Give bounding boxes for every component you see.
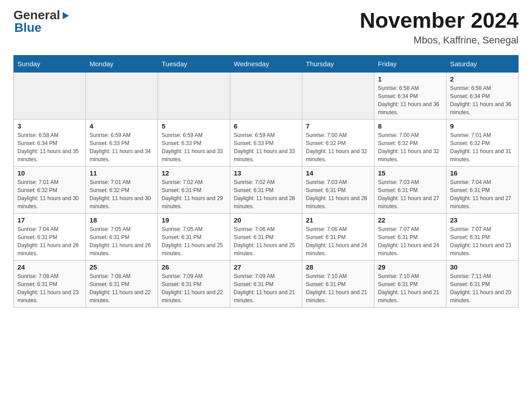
day-info: Sunrise: 7:06 AM Sunset: 6:31 PM Dayligh…: [234, 225, 298, 257]
day-number: 9: [450, 122, 515, 130]
calendar-week-row: 24Sunrise: 7:08 AM Sunset: 6:31 PM Dayli…: [14, 260, 519, 307]
calendar-cell: [158, 72, 230, 119]
day-number: 11: [90, 169, 154, 177]
calendar-cell: 3Sunrise: 6:58 AM Sunset: 6:34 PM Daylig…: [14, 119, 86, 166]
day-info: Sunrise: 7:01 AM Sunset: 6:32 PM Dayligh…: [90, 178, 154, 210]
day-number: 18: [90, 216, 154, 224]
calendar-cell: 18Sunrise: 7:05 AM Sunset: 6:31 PM Dayli…: [86, 213, 158, 260]
day-info: Sunrise: 7:08 AM Sunset: 6:31 PM Dayligh…: [90, 272, 154, 304]
calendar-cell: 23Sunrise: 7:07 AM Sunset: 6:31 PM Dayli…: [446, 213, 519, 260]
day-info: Sunrise: 7:07 AM Sunset: 6:31 PM Dayligh…: [378, 225, 442, 257]
day-info: Sunrise: 7:09 AM Sunset: 6:31 PM Dayligh…: [234, 272, 298, 304]
calendar-cell: [86, 72, 158, 119]
calendar-subtitle: Mbos, Kaffrine, Senegal: [360, 34, 519, 46]
day-info: Sunrise: 7:10 AM Sunset: 6:31 PM Dayligh…: [378, 272, 442, 304]
column-header-monday: Monday: [86, 55, 158, 72]
svg-marker-0: [63, 12, 69, 19]
calendar-title: November 2024: [360, 9, 519, 33]
calendar-week-row: 1Sunrise: 6:58 AM Sunset: 6:34 PM Daylig…: [14, 72, 519, 119]
calendar-cell: 30Sunrise: 7:11 AM Sunset: 6:31 PM Dayli…: [446, 260, 519, 307]
day-number: 17: [17, 216, 82, 224]
calendar-cell: 11Sunrise: 7:01 AM Sunset: 6:32 PM Dayli…: [86, 166, 158, 213]
calendar-cell: 22Sunrise: 7:07 AM Sunset: 6:31 PM Dayli…: [374, 213, 446, 260]
page-header: General Blue November 2024 Mbos, Kaffrin…: [13, 9, 519, 46]
day-number: 13: [234, 169, 298, 177]
day-number: 19: [162, 216, 226, 224]
day-number: 16: [450, 169, 515, 177]
calendar-table: SundayMondayTuesdayWednesdayThursdayFrid…: [13, 55, 519, 308]
day-number: 20: [234, 216, 298, 224]
calendar-cell: 9Sunrise: 7:01 AM Sunset: 6:32 PM Daylig…: [446, 119, 519, 166]
day-info: Sunrise: 7:06 AM Sunset: 6:31 PM Dayligh…: [306, 225, 370, 257]
column-header-thursday: Thursday: [302, 55, 374, 72]
calendar-cell: 15Sunrise: 7:03 AM Sunset: 6:31 PM Dayli…: [374, 166, 446, 213]
calendar-week-row: 10Sunrise: 7:01 AM Sunset: 6:32 PM Dayli…: [14, 166, 519, 213]
calendar-week-row: 17Sunrise: 7:04 AM Sunset: 6:31 PM Dayli…: [14, 213, 519, 260]
day-info: Sunrise: 7:07 AM Sunset: 6:31 PM Dayligh…: [450, 225, 515, 257]
calendar-cell: 17Sunrise: 7:04 AM Sunset: 6:31 PM Dayli…: [14, 213, 86, 260]
day-info: Sunrise: 7:01 AM Sunset: 6:32 PM Dayligh…: [17, 178, 82, 210]
day-info: Sunrise: 7:05 AM Sunset: 6:31 PM Dayligh…: [90, 225, 154, 257]
day-info: Sunrise: 7:00 AM Sunset: 6:32 PM Dayligh…: [378, 131, 442, 163]
day-number: 4: [90, 122, 154, 130]
day-number: 25: [90, 263, 154, 271]
day-info: Sunrise: 6:58 AM Sunset: 6:34 PM Dayligh…: [17, 131, 82, 163]
calendar-week-row: 3Sunrise: 6:58 AM Sunset: 6:34 PM Daylig…: [14, 119, 519, 166]
day-number: 6: [234, 122, 298, 130]
day-info: Sunrise: 7:03 AM Sunset: 6:31 PM Dayligh…: [306, 178, 370, 210]
day-info: Sunrise: 7:09 AM Sunset: 6:31 PM Dayligh…: [162, 272, 226, 304]
column-header-sunday: Sunday: [14, 55, 86, 72]
day-info: Sunrise: 6:59 AM Sunset: 6:33 PM Dayligh…: [162, 131, 226, 163]
calendar-cell: 14Sunrise: 7:03 AM Sunset: 6:31 PM Dayli…: [302, 166, 374, 213]
day-info: Sunrise: 7:03 AM Sunset: 6:31 PM Dayligh…: [378, 178, 442, 210]
day-number: 8: [378, 122, 442, 130]
day-info: Sunrise: 7:02 AM Sunset: 6:31 PM Dayligh…: [234, 178, 298, 210]
day-info: Sunrise: 7:08 AM Sunset: 6:31 PM Dayligh…: [17, 272, 82, 304]
day-info: Sunrise: 6:58 AM Sunset: 6:34 PM Dayligh…: [378, 84, 442, 116]
calendar-cell: 6Sunrise: 6:59 AM Sunset: 6:33 PM Daylig…: [230, 119, 302, 166]
day-info: Sunrise: 7:02 AM Sunset: 6:31 PM Dayligh…: [162, 178, 226, 210]
logo-triangle-icon: [61, 10, 71, 20]
day-number: 15: [378, 169, 442, 177]
calendar-cell: 7Sunrise: 7:00 AM Sunset: 6:32 PM Daylig…: [302, 119, 374, 166]
calendar-cell: 8Sunrise: 7:00 AM Sunset: 6:32 PM Daylig…: [374, 119, 446, 166]
calendar-cell: 12Sunrise: 7:02 AM Sunset: 6:31 PM Dayli…: [158, 166, 230, 213]
logo-general: General: [13, 9, 60, 21]
day-number: 23: [450, 216, 515, 224]
day-info: Sunrise: 7:04 AM Sunset: 6:31 PM Dayligh…: [450, 178, 515, 210]
calendar-cell: 25Sunrise: 7:08 AM Sunset: 6:31 PM Dayli…: [86, 260, 158, 307]
day-number: 5: [162, 122, 226, 130]
column-header-friday: Friday: [374, 55, 446, 72]
day-number: 10: [17, 169, 82, 177]
day-number: 24: [17, 263, 82, 271]
calendar-cell: 19Sunrise: 7:05 AM Sunset: 6:31 PM Dayli…: [158, 213, 230, 260]
calendar-header-row: SundayMondayTuesdayWednesdayThursdayFrid…: [14, 55, 519, 72]
day-info: Sunrise: 7:01 AM Sunset: 6:32 PM Dayligh…: [450, 131, 515, 163]
calendar-cell: 28Sunrise: 7:10 AM Sunset: 6:31 PM Dayli…: [302, 260, 374, 307]
title-section: November 2024 Mbos, Kaffrine, Senegal: [360, 9, 519, 46]
day-info: Sunrise: 7:04 AM Sunset: 6:31 PM Dayligh…: [17, 225, 82, 257]
column-header-saturday: Saturday: [446, 55, 519, 72]
day-info: Sunrise: 6:58 AM Sunset: 6:34 PM Dayligh…: [450, 84, 515, 116]
day-info: Sunrise: 7:00 AM Sunset: 6:32 PM Dayligh…: [306, 131, 370, 163]
calendar-cell: 24Sunrise: 7:08 AM Sunset: 6:31 PM Dayli…: [14, 260, 86, 307]
calendar-cell: 13Sunrise: 7:02 AM Sunset: 6:31 PM Dayli…: [230, 166, 302, 213]
calendar-cell: 21Sunrise: 7:06 AM Sunset: 6:31 PM Dayli…: [302, 213, 374, 260]
day-number: 12: [162, 169, 226, 177]
calendar-cell: 16Sunrise: 7:04 AM Sunset: 6:31 PM Dayli…: [446, 166, 519, 213]
day-number: 30: [450, 263, 515, 271]
column-header-tuesday: Tuesday: [158, 55, 230, 72]
day-number: 7: [306, 122, 370, 130]
calendar-cell: 26Sunrise: 7:09 AM Sunset: 6:31 PM Dayli…: [158, 260, 230, 307]
day-number: 22: [378, 216, 442, 224]
calendar-cell: 5Sunrise: 6:59 AM Sunset: 6:33 PM Daylig…: [158, 119, 230, 166]
day-number: 26: [162, 263, 226, 271]
logo-blue: Blue: [14, 21, 42, 34]
day-number: 1: [378, 75, 442, 83]
calendar-cell: 20Sunrise: 7:06 AM Sunset: 6:31 PM Dayli…: [230, 213, 302, 260]
column-header-wednesday: Wednesday: [230, 55, 302, 72]
calendar-cell: [302, 72, 374, 119]
day-info: Sunrise: 7:10 AM Sunset: 6:31 PM Dayligh…: [306, 272, 370, 304]
calendar-cell: [14, 72, 86, 119]
day-number: 21: [306, 216, 370, 224]
